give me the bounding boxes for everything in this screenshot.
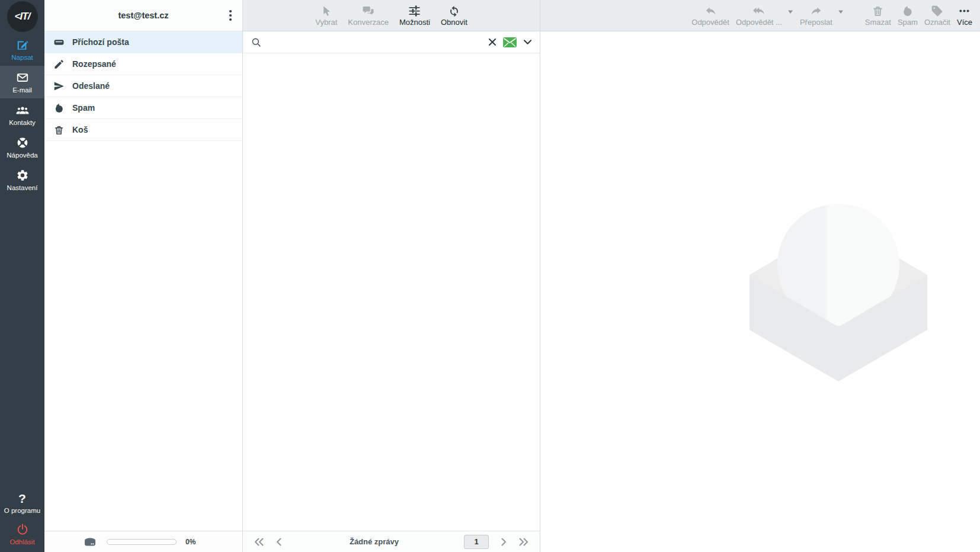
watermark-box-sphere-graphic	[744, 198, 933, 387]
folder-label: Spam	[72, 103, 95, 113]
chevron-down-icon	[523, 39, 532, 46]
spam-icon	[53, 102, 65, 114]
options-icon	[408, 5, 421, 17]
search-options-button[interactable]	[523, 39, 532, 46]
search-clear-button[interactable]	[488, 38, 497, 46]
conversations-button[interactable]: Konverzace	[348, 5, 389, 27]
last-page-icon[interactable]	[518, 538, 529, 546]
message-toolbar: Odpovědět Odpovědět ... Přeposlat Smazat…	[540, 0, 980, 31]
folder-list-empty-space	[44, 141, 242, 531]
toolbar-button-label: Více	[957, 18, 972, 27]
folder-item-drafts[interactable]: Rozepsané	[44, 53, 242, 75]
message-view-pane: Odpovědět Odpovědět ... Přeposlat Smazat…	[540, 0, 980, 552]
folder-item-spam[interactable]: Spam	[44, 97, 242, 119]
select-button[interactable]: Vybrat	[315, 5, 337, 27]
email-icon	[16, 71, 29, 84]
previous-page-icon[interactable]	[274, 538, 284, 546]
quota-progress-bar	[107, 539, 177, 545]
folder-item-sent[interactable]: Odeslané	[44, 75, 242, 97]
settings-icon	[16, 169, 29, 182]
sidebar-item-label: Odhlásit	[9, 538, 34, 545]
quota-footer: 0%	[44, 531, 242, 552]
mark-button[interactable]: Označit	[924, 5, 950, 27]
reply-all-icon	[752, 5, 765, 17]
more-button[interactable]: Více	[957, 5, 972, 27]
kebab-menu-icon	[229, 9, 232, 21]
search-input[interactable]	[268, 37, 482, 47]
toolbar-button-label: Spam	[898, 18, 918, 27]
sidebar-item-logout[interactable]: Odhlásit	[0, 519, 44, 550]
clear-icon	[488, 38, 497, 46]
sidebar-item-compose[interactable]: Napsat	[0, 33, 44, 66]
forward-caret-icon[interactable]	[838, 9, 844, 14]
sidebar-item-label: E-mail	[12, 86, 32, 94]
reply-all-button[interactable]: Odpovědět ...	[736, 5, 782, 27]
compose-icon	[16, 38, 29, 52]
sidebar-item-label: O programu	[4, 507, 40, 514]
account-name: test@test.cz	[118, 11, 168, 20]
folder-label: Příchozí pošta	[72, 37, 129, 47]
toolbar-button-label: Přeposlat	[800, 18, 832, 27]
search-icon	[251, 37, 262, 48]
pencil-icon	[53, 59, 65, 70]
search-bar	[243, 31, 540, 53]
pagination-bar: Žádné zprávy	[243, 531, 540, 552]
more-icon	[958, 5, 971, 17]
message-list-pane: Vybrat Konverzace Možnosti Obnovit	[243, 0, 540, 552]
folder-label: Odeslané	[72, 81, 110, 91]
page-number-input[interactable]	[464, 535, 489, 549]
sidebar-item-contacts[interactable]: Kontakty	[0, 98, 44, 131]
folder-item-inbox[interactable]: Příchozí pošta	[44, 31, 242, 53]
search-scope-button[interactable]	[502, 37, 517, 48]
folder-pane: test@test.cz Příchozí pošta Rozepsané Od…	[44, 0, 243, 552]
sidebar-item-email[interactable]: E-mail	[0, 66, 44, 98]
sidebar-item-help[interactable]: Nápověda	[0, 131, 44, 163]
options-button[interactable]: Možnosti	[399, 5, 430, 27]
select-cursor-icon	[320, 5, 332, 17]
folder-label: Rozepsané	[72, 59, 116, 69]
refresh-icon	[448, 5, 460, 17]
app-logo[interactable]: <IT/	[0, 0, 44, 33]
first-page-icon[interactable]	[254, 538, 264, 546]
toolbar-button-label: Obnovit	[441, 18, 467, 27]
forward-icon	[810, 5, 822, 17]
message-preview-area	[540, 31, 980, 552]
sidebar-item-label: Nápověda	[7, 152, 37, 159]
toolbar-button-label: Smazat	[865, 18, 891, 27]
account-menu-button[interactable]	[222, 7, 239, 24]
next-page-icon[interactable]	[498, 538, 509, 546]
sidebar-item-label: Kontakty	[9, 119, 36, 126]
toolbar-button-label: Možnosti	[399, 18, 430, 27]
refresh-button[interactable]: Obnovit	[441, 5, 467, 27]
webmail-app: <IT/ Napsat E-mail Kontakty Nápověda Nas…	[0, 0, 980, 552]
send-icon	[53, 81, 65, 92]
sidebar: <IT/ Napsat E-mail Kontakty Nápověda Nas…	[0, 0, 44, 552]
folder-pane-header: test@test.cz	[44, 0, 242, 31]
tag-icon	[931, 5, 943, 17]
conversation-icon	[362, 5, 374, 17]
folder-item-trash[interactable]: Koš	[44, 119, 242, 141]
spam-button[interactable]: Spam	[898, 5, 918, 27]
toolbar-button-label: Konverzace	[348, 18, 389, 27]
forward-button[interactable]: Přeposlat	[800, 5, 832, 27]
sidebar-item-about[interactable]: ? O programu	[0, 488, 44, 519]
reply-all-caret-icon[interactable]	[787, 9, 793, 14]
toolbar-button-label: Označit	[924, 18, 950, 27]
inbox-icon	[53, 37, 65, 48]
sidebar-item-settings[interactable]: Nastavení	[0, 163, 44, 196]
help-icon	[16, 136, 29, 149]
list-toolbar: Vybrat Konverzace Možnosti Obnovit	[243, 0, 540, 31]
power-icon	[16, 523, 29, 536]
logo-icon: <IT/	[7, 1, 38, 32]
delete-button[interactable]: Smazat	[865, 5, 891, 27]
message-count-status: Žádné zprávy	[294, 537, 454, 546]
reply-button[interactable]: Odpovědět	[691, 5, 729, 27]
message-list[interactable]	[243, 53, 540, 531]
quota-percent: 0%	[185, 538, 196, 546]
toolbar-button-label: Odpovědět ...	[736, 18, 782, 27]
trash-icon	[53, 124, 65, 136]
toolbar-button-label: Odpovědět	[691, 18, 729, 27]
question-icon: ?	[18, 493, 26, 505]
scope-envelope-icon	[502, 37, 517, 48]
reply-icon	[704, 5, 717, 17]
